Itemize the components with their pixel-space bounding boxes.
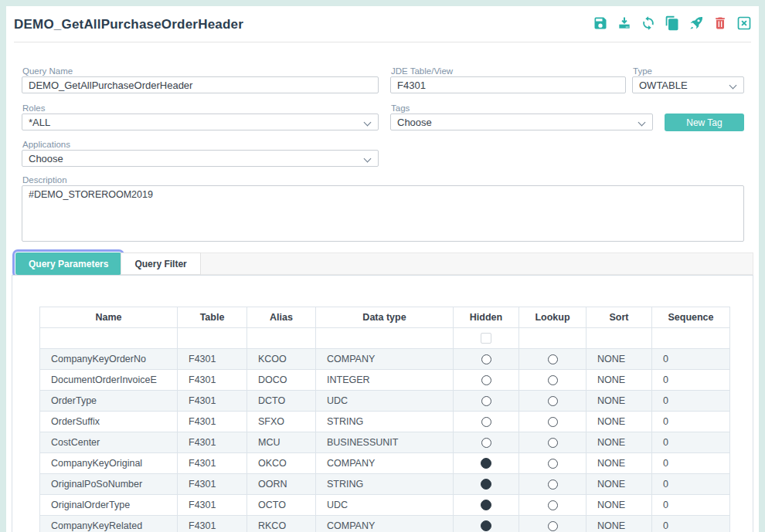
cell-data-type: COMPANY bbox=[316, 453, 454, 474]
download-button[interactable] bbox=[616, 15, 633, 32]
cell-sequence: 0 bbox=[652, 349, 730, 370]
cell-alias: SFXO bbox=[247, 412, 316, 432]
delete-button[interactable] bbox=[712, 15, 729, 32]
cell-data-type: STRING bbox=[316, 412, 454, 432]
cell-name: OrderSuffix bbox=[40, 412, 178, 432]
lookup-radio[interactable] bbox=[548, 479, 558, 490]
hidden-radio[interactable] bbox=[481, 520, 491, 531]
hidden-radio[interactable] bbox=[481, 396, 491, 406]
parameter-row[interactable]: CompanyKeyOriginalF4301OKCOCOMPANYNONE0 bbox=[40, 453, 730, 474]
hidden-radio[interactable] bbox=[481, 500, 491, 510]
parameter-row[interactable]: DocumentOrderInvoiceEF4301DOCOINTEGERNON… bbox=[40, 370, 730, 391]
cell-table: F4301 bbox=[178, 474, 247, 495]
cell-data-type: COMPANY bbox=[316, 349, 454, 370]
parameter-row[interactable]: CompanyKeyOrderNoF4301KCOOCOMPANYNONE0 bbox=[40, 349, 730, 370]
cell-lookup bbox=[519, 349, 586, 370]
run-button[interactable] bbox=[688, 15, 705, 32]
filter-cell-table bbox=[178, 328, 247, 349]
query-name-label: Query Name bbox=[22, 66, 73, 76]
cell-sequence: 0 bbox=[652, 453, 730, 474]
hidden-radio[interactable] bbox=[481, 479, 491, 490]
applications-label: Applications bbox=[22, 140, 70, 149]
applications-select-value: Choose bbox=[29, 153, 63, 164]
column-header-data-type: Data type bbox=[316, 307, 454, 328]
lookup-radio[interactable] bbox=[548, 521, 558, 531]
column-header-lookup: Lookup bbox=[519, 307, 586, 328]
cell-sort: NONE bbox=[586, 516, 652, 532]
cell-table: F4301 bbox=[178, 412, 247, 432]
parameter-row[interactable]: CostCenterF4301MCUBUSINESSUNITNONE0 bbox=[40, 432, 730, 453]
column-header-sort: Sort bbox=[586, 307, 652, 328]
hidden-filter-checkbox[interactable] bbox=[481, 333, 491, 344]
query-name-input[interactable] bbox=[22, 76, 379, 93]
roles-select-value: *ALL bbox=[29, 117, 50, 128]
cell-name: DocumentOrderInvoiceE bbox=[40, 370, 178, 391]
jde-table-label: JDE Table/View bbox=[391, 66, 453, 76]
column-header-name: Name bbox=[40, 307, 178, 328]
refresh-button[interactable] bbox=[640, 15, 657, 32]
cell-lookup bbox=[519, 495, 586, 516]
roles-select[interactable]: *ALL bbox=[22, 114, 379, 130]
chevron-down-icon bbox=[364, 155, 372, 163]
save-button[interactable] bbox=[592, 15, 609, 32]
save-icon bbox=[593, 15, 608, 31]
hidden-radio[interactable] bbox=[481, 375, 491, 385]
close-button[interactable] bbox=[736, 15, 753, 32]
cell-hidden bbox=[454, 453, 519, 474]
lookup-radio[interactable] bbox=[548, 375, 558, 385]
hidden-radio[interactable] bbox=[481, 438, 491, 448]
column-header-table: Table bbox=[178, 307, 247, 328]
cell-table: F4301 bbox=[178, 391, 247, 412]
query-editor-card: DEMO_GetAllPurchaseOrderHeader bbox=[6, 6, 759, 532]
hidden-radio[interactable] bbox=[481, 354, 491, 364]
type-select-value: OWTABLE bbox=[639, 80, 688, 91]
cell-alias: RKCO bbox=[247, 516, 316, 532]
parameter-row[interactable]: CompanyKeyRelatedF4301RKCOCOMPANYNONE0 bbox=[40, 516, 730, 532]
applications-select[interactable]: Choose bbox=[22, 150, 379, 167]
lookup-radio[interactable] bbox=[548, 459, 558, 469]
lookup-radio[interactable] bbox=[548, 354, 558, 364]
hidden-radio[interactable] bbox=[481, 458, 491, 469]
close-icon bbox=[736, 15, 752, 31]
parameters-table: NameTableAliasData typeHiddenLookupSortS… bbox=[39, 307, 730, 532]
filter-cell-alias bbox=[247, 328, 316, 349]
parameter-row[interactable]: OrderTypeF4301DCTOUDCNONE0 bbox=[40, 391, 730, 412]
cell-alias: OCTO bbox=[247, 495, 316, 516]
cell-alias: DOCO bbox=[247, 370, 316, 391]
cell-table: F4301 bbox=[178, 453, 247, 474]
download-icon bbox=[617, 15, 632, 31]
cell-name: OriginalPoSoNumber bbox=[40, 474, 178, 495]
cell-lookup bbox=[519, 453, 586, 474]
tab-query-parameters[interactable]: Query Parameters bbox=[15, 252, 121, 275]
header: DEMO_GetAllPurchaseOrderHeader bbox=[6, 6, 759, 42]
hidden-radio[interactable] bbox=[481, 417, 491, 427]
copy-button[interactable] bbox=[664, 15, 681, 32]
tags-label: Tags bbox=[391, 103, 410, 113]
lookup-radio[interactable] bbox=[548, 438, 558, 448]
cell-alias: MCU bbox=[247, 432, 316, 453]
chevron-down-icon bbox=[729, 82, 737, 90]
lookup-radio[interactable] bbox=[548, 417, 558, 427]
cell-data-type: UDC bbox=[316, 391, 454, 412]
cell-sequence: 0 bbox=[652, 391, 730, 412]
cell-name: CompanyKeyOrderNo bbox=[40, 349, 178, 370]
cell-hidden bbox=[454, 412, 519, 432]
parameter-row[interactable]: OriginalOrderTypeF4301OCTOUDCNONE0 bbox=[40, 495, 730, 516]
tags-select[interactable]: Choose bbox=[390, 114, 653, 130]
chevron-down-icon bbox=[638, 119, 646, 127]
new-tag-button[interactable]: New Tag bbox=[665, 114, 744, 131]
tab-query-filter[interactable]: Query Filter bbox=[121, 252, 200, 275]
query-parameters-panel: NameTableAliasData typeHiddenLookupSortS… bbox=[12, 275, 753, 532]
lookup-radio[interactable] bbox=[548, 396, 558, 406]
filter-cell-sort bbox=[586, 328, 652, 349]
cell-sort: NONE bbox=[586, 412, 652, 432]
type-select[interactable]: OWTABLE bbox=[632, 76, 744, 93]
parameter-row[interactable]: OriginalPoSoNumberF4301OORNSTRINGNONE0 bbox=[40, 474, 730, 495]
column-header-sequence: Sequence bbox=[652, 307, 730, 328]
lookup-radio[interactable] bbox=[548, 500, 558, 510]
column-header-hidden: Hidden bbox=[454, 307, 519, 328]
description-textarea[interactable] bbox=[22, 185, 744, 242]
filter-cell-data-type bbox=[316, 328, 454, 349]
jde-table-input[interactable] bbox=[390, 76, 626, 93]
parameter-row[interactable]: OrderSuffixF4301SFXOSTRINGNONE0 bbox=[40, 412, 730, 432]
